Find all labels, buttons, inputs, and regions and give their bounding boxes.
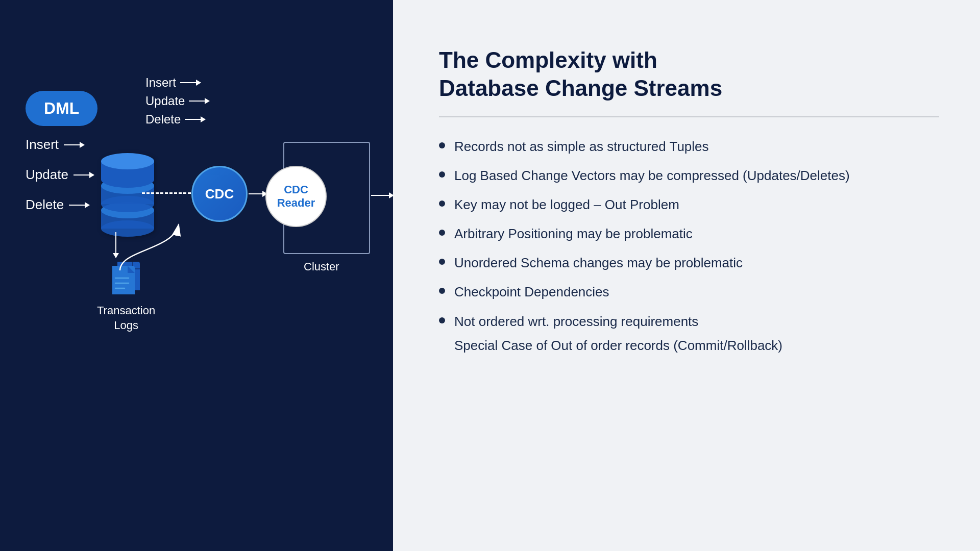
bullet-text: Records not as simple as structured Tupl…	[454, 138, 709, 156]
top-delete: Delete	[145, 112, 209, 127]
cluster-label: Cluster	[304, 260, 339, 273]
arrow-cluster-out	[371, 195, 394, 196]
left-panel: DML Insert Update Delete Insert Update D…	[0, 0, 393, 551]
bullet-dot	[439, 142, 445, 148]
dml-badge: DML	[26, 91, 97, 126]
cdc-circle: CDC	[191, 166, 248, 222]
op-update: Update	[26, 167, 94, 183]
dotted-line-db-cdc	[142, 192, 191, 194]
cdc-reader-label2: Reader	[277, 196, 315, 210]
op-labels: Insert Update Delete	[26, 137, 94, 213]
delete-arrow	[69, 205, 89, 206]
top-update: Update	[145, 94, 209, 108]
bullet-item: Key may not be logged – Out Problem	[439, 196, 939, 214]
bullet-dot	[439, 288, 445, 294]
db-cylinders-svg	[94, 138, 161, 240]
bullet-text: Key may not be logged – Out Problem	[454, 196, 679, 214]
update-label: Update	[26, 167, 68, 183]
bullet-item: Log Based Change Vectors may be compress…	[439, 167, 939, 185]
bullet-list: Records not as simple as structured Tupl…	[439, 138, 939, 355]
arrow-cdc-to-reader	[249, 193, 267, 194]
top-delete-label: Delete	[145, 112, 181, 127]
svg-point-8	[101, 153, 154, 169]
top-insert-arrow	[180, 82, 201, 83]
title-line2: Database Change Streams	[439, 76, 722, 101]
bullet-dot	[439, 201, 445, 207]
title-divider	[439, 116, 939, 117]
bullet-item: Unordered Schema changes may be problema…	[439, 254, 939, 272]
bullet-dot	[439, 317, 445, 323]
top-ops: Insert Update Delete	[145, 76, 209, 127]
bullet-item: Checkpoint Dependencies	[439, 283, 939, 301]
op-insert: Insert	[26, 137, 94, 153]
bullet-text: Checkpoint Dependencies	[454, 283, 609, 301]
cdc-reader-circle: CDC Reader	[265, 166, 327, 227]
arrow-down-db	[115, 232, 116, 258]
bullet-dot	[439, 230, 445, 236]
bullet-dot	[439, 259, 445, 265]
dml-label: DML	[44, 99, 79, 117]
insert-arrow	[64, 144, 84, 145]
top-update-label: Update	[145, 94, 185, 108]
cdc-reader-label1: CDC	[284, 183, 308, 196]
bullet-item: Records not as simple as structured Tupl…	[439, 138, 939, 156]
right-panel: The Complexity with Database Change Stre…	[393, 0, 980, 551]
bullet-text: Log Based Change Vectors may be compress…	[454, 167, 850, 185]
insert-label: Insert	[26, 137, 59, 153]
top-update-arrow	[189, 101, 209, 102]
delete-label: Delete	[26, 197, 64, 213]
top-insert: Insert	[145, 76, 209, 90]
bullet-item: Not ordered wrt. processing requirements	[439, 313, 939, 331]
tx-logs: TransactionLogs	[97, 258, 155, 333]
tx-logs-label: TransactionLogs	[97, 304, 155, 333]
bullet-dot	[439, 171, 445, 178]
cdc-label: CDC	[205, 186, 234, 202]
op-delete: Delete	[26, 197, 94, 213]
top-delete-arrow	[185, 119, 205, 120]
db-stack	[94, 138, 161, 242]
tx-logs-icon	[108, 258, 144, 298]
sub-bullet-item: Special Case of Out of order records (Co…	[439, 337, 939, 355]
bullet-text: Not ordered wrt. processing requirements	[454, 313, 698, 331]
title-line1: The Complexity with	[439, 47, 657, 72]
update-arrow	[74, 174, 94, 176]
slide-title: The Complexity with Database Change Stre…	[439, 46, 939, 102]
bullet-text: Unordered Schema changes may be problema…	[454, 254, 743, 272]
bullet-item: Arbitrary Positioning may be problematic	[439, 225, 939, 243]
bullet-text: Arbitrary Positioning may be problematic	[454, 225, 693, 243]
top-insert-label: Insert	[145, 76, 176, 90]
